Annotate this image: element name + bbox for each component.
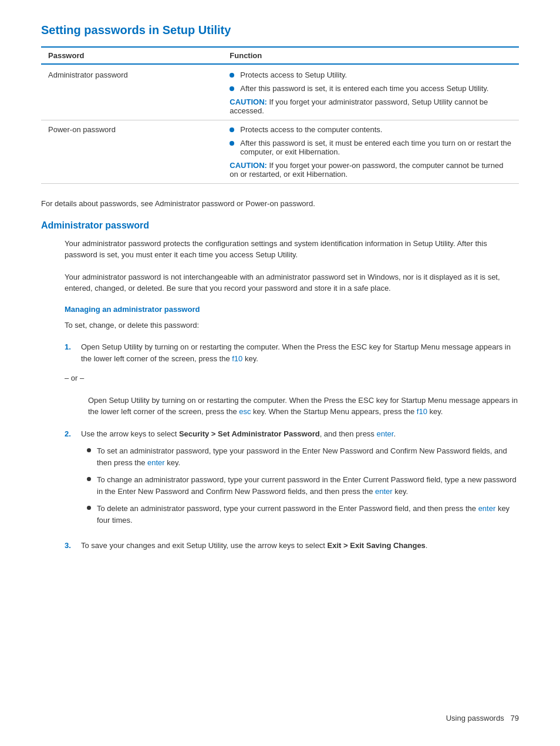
list-item: To delete an administrator password, typ… xyxy=(87,503,519,526)
step-3: 3. To save your changes and exit Setup U… xyxy=(65,540,519,552)
password-table: Password Function Administrator password… xyxy=(41,46,519,184)
bullet-text: After this password is set, it is entere… xyxy=(240,84,488,93)
step-1: 1. Open Setup Utility by turning on or r… xyxy=(65,341,519,364)
password-name-admin: Administrator password xyxy=(41,64,222,120)
list-item: Protects access to Setup Utility. xyxy=(230,70,512,79)
step-3-text: To save your changes and exit Setup Util… xyxy=(81,540,427,552)
step-num-3: 3. xyxy=(65,540,81,552)
table-row: Administrator password Protects access t… xyxy=(41,64,519,120)
step-2: 2. Use the arrow keys to select Security… xyxy=(65,428,519,532)
caution-admin: CAUTION: If you forget your administrato… xyxy=(230,98,512,115)
f10-link-2[interactable]: f10 xyxy=(417,407,427,416)
caution-label: CAUTION: xyxy=(230,161,267,170)
enter-link-2[interactable]: enter xyxy=(147,458,165,467)
sub-bullet-icon xyxy=(87,477,91,481)
details-text: For details about passwords, see Adminis… xyxy=(41,198,519,210)
step-2-sub-bullets: To set an administrator password, type y… xyxy=(87,445,519,526)
step-num-2: 2. xyxy=(65,428,81,440)
admin-section-heading: Administrator password xyxy=(41,220,519,231)
admin-para1: Your administrator password protects the… xyxy=(65,238,519,261)
list-item: Protects access to the computer contents… xyxy=(230,125,512,134)
footer-text: Using passwords xyxy=(446,714,504,723)
function-cell-admin: Protects access to Setup Utility. After … xyxy=(222,64,519,120)
caution-label: CAUTION: xyxy=(230,98,267,106)
caution-poweron: CAUTION: If you forget your power-on pas… xyxy=(230,161,512,179)
page-footer: Using passwords 79 xyxy=(446,714,519,723)
step-2-content: Use the arrow keys to select Security > … xyxy=(81,428,519,532)
step-2-text: Use the arrow keys to select Security > … xyxy=(81,429,396,438)
list-item: After this password is set, it is entere… xyxy=(230,84,512,93)
password-name-poweron: Power-on password xyxy=(41,120,222,184)
bullet-text: After this password is set, it must be e… xyxy=(240,139,512,156)
list-item: To set an administrator password, type y… xyxy=(87,445,519,468)
enter-link-1[interactable]: enter xyxy=(376,429,393,438)
enter-link-3[interactable]: enter xyxy=(375,487,393,496)
bullet-icon xyxy=(230,141,234,146)
list-item: To change an administrator password, typ… xyxy=(87,474,519,497)
bullet-text: Protects access to the computer contents… xyxy=(240,125,382,134)
table-header-password: Password xyxy=(41,47,222,64)
sub-bullet-text-3: To delete an administrator password, typ… xyxy=(97,503,519,526)
step-1-alt: Open Setup Utility by turning on or rest… xyxy=(88,395,519,418)
table-row: Power-on password Protects access to the… xyxy=(41,120,519,184)
bullet-icon xyxy=(230,86,234,91)
bullet-icon xyxy=(230,73,234,78)
enter-link-4[interactable]: enter xyxy=(478,504,496,513)
sub-bullet-text-1: To set an administrator password, type y… xyxy=(97,445,519,468)
list-item: After this password is set, it must be e… xyxy=(230,139,512,156)
bullet-text: Protects access to Setup Utility. xyxy=(240,70,347,79)
or-line: – or – xyxy=(65,372,519,384)
admin-para2: Your administrator password is not inter… xyxy=(65,271,519,294)
caution-text: If you forget your administrator passwor… xyxy=(230,98,488,115)
managing-heading: Managing an administrator password xyxy=(65,305,519,314)
table-header-function: Function xyxy=(222,47,519,64)
intro-text: To set, change, or delete this password: xyxy=(65,320,519,331)
sub-bullet-text-2: To change an administrator password, typ… xyxy=(97,474,519,497)
page-title: Setting passwords in Setup Utility xyxy=(41,23,519,37)
f10-link-1[interactable]: f10 xyxy=(232,354,242,363)
esc-link[interactable]: esc xyxy=(239,407,251,416)
step-3-bold: Exit > Exit Saving Changes xyxy=(328,541,426,550)
step-2-bold: Security > Set Administrator Password xyxy=(179,429,320,438)
sub-bullet-icon xyxy=(87,506,91,510)
caution-text: If you forget your power-on password, th… xyxy=(230,161,503,179)
step-1-text: Open Setup Utility by turning on or rest… xyxy=(81,341,519,364)
steps-list: 1. Open Setup Utility by turning on or r… xyxy=(65,341,519,364)
function-cell-poweron: Protects access to the computer contents… xyxy=(222,120,519,184)
page-number: 79 xyxy=(511,714,519,723)
step-num-1: 1. xyxy=(65,341,81,353)
sub-bullet-icon xyxy=(87,448,91,452)
steps-list-2: 2. Use the arrow keys to select Security… xyxy=(65,428,519,552)
bullet-icon xyxy=(230,127,234,132)
